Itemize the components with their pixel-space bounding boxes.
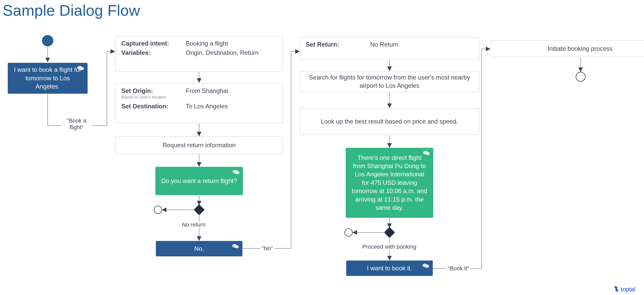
initiate-booking-box: Initiate booking process (490, 40, 644, 57)
set-return-label: Set Return: (306, 40, 370, 49)
bot-return-question: Do you want a return flight? (155, 167, 243, 195)
user-utterance-1-text: I want to book a flight for tomorrow to … (14, 66, 82, 91)
chat-icon (423, 150, 430, 156)
lookup-best-text: Look up the best result based on price a… (321, 117, 458, 126)
chat-icon (232, 243, 239, 249)
set-origin-label: Set Origin: (121, 86, 186, 96)
chat-icon (422, 263, 429, 268)
toptal-logo-icon (614, 286, 619, 293)
initiate-booking-text: Initiate booking process (548, 45, 613, 53)
user-utterance-3: I want to book it. (346, 261, 433, 276)
edge-label-no: "No" (260, 245, 275, 252)
set-origin-value: From Shanghai (186, 86, 277, 96)
request-return-box: Request return information (115, 136, 283, 154)
set-return-box: Set Return:No Return (300, 37, 479, 60)
decision1-alt-end-icon (154, 206, 162, 214)
svg-point-3 (80, 67, 84, 70)
edge-label-proceed: Proceed with booking (361, 244, 418, 250)
edge-label-no-return: No return (180, 221, 207, 228)
svg-rect-0 (194, 204, 205, 215)
dialog-flow-diagram: Sample Dialog Flow (0, 0, 644, 295)
set-destination-label: Set Destination: (121, 102, 186, 111)
bot-flight-result: There's one direct flight from Shanghai … (346, 148, 433, 218)
edge-label-book-it: "Book it" (446, 265, 471, 272)
captured-intent-label: Captured intent: (121, 39, 186, 48)
set-return-value: No Return (370, 40, 473, 49)
svg-point-11 (425, 265, 429, 268)
chat-icon (232, 169, 240, 175)
intent-variables-box: Captured intent:Booking a flight Variabl… (115, 36, 283, 72)
toptal-logo: toptal (614, 286, 635, 293)
svg-point-9 (426, 152, 430, 155)
variables-value: Origin, Destination, Return (186, 48, 277, 57)
search-flights-text: Search for flights for tomorrow from the… (306, 73, 473, 90)
svg-rect-1 (384, 227, 395, 238)
user-utterance-3-text: I want to book it. (367, 264, 412, 272)
variables-label: Variables: (121, 48, 186, 57)
origin-destination-box: Set Origin:From Shanghai Based on user's… (115, 83, 283, 123)
user-utterance-1: I want to book a flight for tomorrow to … (8, 63, 88, 94)
user-utterance-2-text: No. (194, 245, 204, 253)
decision2-alt-end-icon (345, 229, 352, 236)
edge-label-book-a-flight: "Book a flight" (61, 117, 92, 131)
toptal-logo-text: toptal (621, 286, 635, 293)
svg-point-7 (235, 245, 239, 248)
set-destination-value: To Los Angeles (186, 102, 277, 111)
user-utterance-2: No. (156, 241, 242, 256)
captured-intent-value: Booking a flight (186, 39, 277, 48)
lookup-best-box: Look up the best result based on price a… (300, 108, 479, 135)
diagram-title: Sample Dialog Flow (3, 2, 140, 19)
bot-flight-result-text: There's one direct flight from Shanghai … (352, 154, 427, 212)
request-return-text: Request return information (163, 141, 236, 149)
start-node-icon (42, 35, 53, 46)
bot-return-question-text: Do you want a return flight? (161, 177, 237, 185)
chat-icon (77, 65, 84, 71)
search-flights-box: Search for flights for tomorrow from the… (300, 71, 479, 92)
end-node-icon (576, 72, 585, 81)
svg-point-5 (235, 171, 239, 174)
